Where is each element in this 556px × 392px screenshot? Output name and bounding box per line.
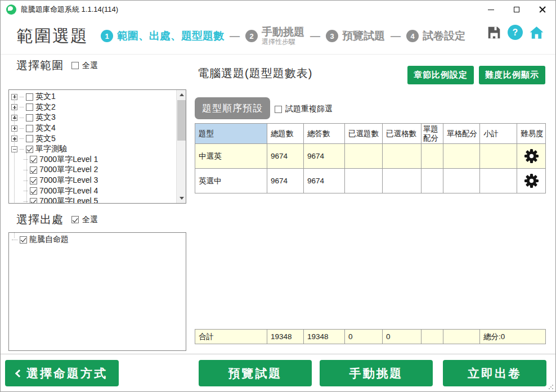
tree-item[interactable]: 單字測驗 bbox=[9, 144, 176, 155]
checkbox[interactable] bbox=[26, 135, 33, 142]
minimize-button[interactable] bbox=[478, 1, 504, 19]
col-header: 題型 bbox=[195, 124, 267, 144]
cell-subtotal bbox=[480, 169, 517, 193]
header-icons: ? bbox=[487, 25, 544, 40]
scrollbar-thumb[interactable] bbox=[177, 100, 186, 141]
step-3[interactable]: 3 預覽試題 bbox=[326, 29, 385, 43]
question-type-table: 題型 總題數 總答數 已選題數 已選格數 單題配分 單格配分 小計 難易度 中選… bbox=[195, 123, 546, 193]
maximize-button[interactable] bbox=[504, 1, 530, 19]
repeat-filter-label: 試題重複篩選 bbox=[285, 104, 333, 114]
chevron-left-icon bbox=[15, 369, 23, 377]
home-icon[interactable] bbox=[529, 25, 544, 40]
total-answers: 19348 bbox=[304, 330, 345, 344]
col-header: 單題配分 bbox=[422, 124, 443, 144]
generate-exam-button[interactable]: 立即出卷 bbox=[443, 360, 546, 386]
minimize-icon bbox=[488, 10, 494, 10]
page-title: 範圍選題 bbox=[16, 25, 88, 48]
help-icon[interactable]: ? bbox=[508, 25, 523, 40]
window-title: 龍騰題庫命題系統 1.1.14(114) bbox=[21, 4, 118, 15]
expand-icon[interactable] bbox=[11, 125, 17, 132]
checkbox[interactable] bbox=[26, 114, 33, 121]
checkbox[interactable] bbox=[30, 166, 37, 174]
total-selected-cells: 0 bbox=[383, 330, 422, 344]
checkbox[interactable] bbox=[20, 236, 27, 244]
totals-table: 合計 19348 19348 0 0 總分:0 bbox=[195, 329, 546, 344]
cell-per-question-score[interactable] bbox=[422, 169, 443, 193]
source-select-all-checkbox[interactable] bbox=[71, 216, 79, 223]
app-window: 龍騰題庫命題系統 1.1.14(114) 範圍選題 1 範圍、出處、題型題數 —… bbox=[0, 0, 556, 392]
back-button[interactable]: 選擇命題方式 bbox=[5, 360, 119, 386]
col-header: 單格配分 bbox=[443, 124, 480, 144]
cell-selected-cells[interactable] bbox=[383, 144, 422, 169]
cell-per-question-score[interactable] bbox=[422, 144, 443, 169]
tree-item[interactable]: 7000單字Level 5 bbox=[9, 196, 176, 204]
footer-divider bbox=[1, 354, 555, 354]
tree-item[interactable]: 英文5 bbox=[9, 133, 176, 144]
difficulty-settings-cell[interactable] bbox=[517, 169, 546, 193]
source-select-all[interactable]: 全選 bbox=[71, 215, 98, 225]
cell-per-cell-score[interactable] bbox=[443, 169, 480, 193]
gear-icon[interactable] bbox=[524, 173, 539, 188]
range-select-all-checkbox[interactable] bbox=[71, 62, 79, 69]
checkbox[interactable] bbox=[30, 198, 37, 204]
tree-item[interactable]: 英文4 bbox=[9, 123, 176, 134]
tree-item[interactable]: 龍騰自命題 bbox=[9, 235, 176, 245]
cell-total-answers: 9674 bbox=[304, 169, 345, 193]
computer-selection-title: 電腦選題(題型題數表) bbox=[198, 66, 312, 81]
step-1-number: 1 bbox=[101, 30, 113, 42]
range-select-all[interactable]: 全選 bbox=[71, 61, 98, 71]
difficulty-ratio-button[interactable]: 難度比例顯示 bbox=[479, 66, 545, 84]
tree-item[interactable]: 英文3 bbox=[9, 112, 176, 123]
type-order-button[interactable]: 題型順序預設 bbox=[195, 97, 270, 119]
scrollbar[interactable] bbox=[176, 90, 186, 203]
repeat-filter[interactable]: 試題重複篩選 bbox=[275, 104, 333, 114]
chapter-ratio-button[interactable]: 章節比例設定 bbox=[407, 66, 474, 84]
cell-selected-questions[interactable] bbox=[345, 144, 383, 169]
checkbox[interactable] bbox=[26, 103, 33, 111]
scroll-down-icon[interactable] bbox=[177, 193, 186, 203]
cell-selected-cells[interactable] bbox=[383, 169, 422, 193]
col-header: 已選格數 bbox=[383, 124, 422, 144]
checkbox[interactable] bbox=[26, 93, 33, 101]
manual-pick-button[interactable]: 手動挑題 bbox=[320, 360, 433, 386]
tree-item[interactable]: 7000單字Level 1 bbox=[9, 155, 176, 165]
tree-item[interactable]: 7000單字Level 2 bbox=[9, 165, 176, 175]
step-2[interactable]: 2 手動挑題 選擇性步驟 bbox=[245, 26, 304, 46]
checkbox[interactable] bbox=[26, 125, 33, 132]
cell-total-questions: 9674 bbox=[267, 169, 304, 193]
step-2-sublabel: 選擇性步驟 bbox=[262, 38, 304, 46]
tree-item[interactable]: 英文2 bbox=[9, 102, 176, 113]
tree-item[interactable]: 7000單字Level 3 bbox=[9, 175, 176, 186]
step-4[interactable]: 4 試卷設定 bbox=[406, 29, 465, 43]
total-questions: 19348 bbox=[267, 330, 304, 344]
step-1[interactable]: 1 範圍、出處、題型題數 bbox=[101, 29, 224, 43]
scroll-up-icon[interactable] bbox=[177, 90, 186, 100]
tree-item[interactable]: 英文1 bbox=[9, 92, 176, 102]
checkbox[interactable] bbox=[26, 146, 33, 153]
window-controls bbox=[478, 1, 555, 19]
expand-icon[interactable] bbox=[11, 136, 17, 142]
expand-icon[interactable] bbox=[11, 94, 17, 100]
close-button[interactable] bbox=[530, 1, 555, 19]
checkbox[interactable] bbox=[30, 156, 37, 163]
resize-grip[interactable] bbox=[548, 384, 554, 390]
tree-item[interactable]: 7000單字Level 4 bbox=[9, 186, 176, 196]
cell-per-cell-score[interactable] bbox=[443, 144, 480, 169]
checkbox[interactable] bbox=[30, 187, 37, 195]
save-icon[interactable] bbox=[487, 25, 501, 40]
checkbox[interactable] bbox=[30, 177, 37, 184]
source-section-header: 選擇出處 全選 bbox=[16, 212, 98, 227]
preview-questions-button[interactable]: 預覽試題 bbox=[199, 360, 312, 386]
table-row: 英選中 9674 9674 bbox=[195, 169, 546, 193]
gear-icon[interactable] bbox=[524, 148, 539, 164]
cell-selected-questions[interactable] bbox=[345, 169, 383, 193]
collapse-icon[interactable] bbox=[11, 146, 17, 152]
expand-icon[interactable] bbox=[11, 104, 17, 110]
total-score: 總分:0 bbox=[480, 330, 546, 344]
repeat-filter-checkbox[interactable] bbox=[275, 106, 282, 113]
titlebar: 龍騰題庫命題系統 1.1.14(114) bbox=[1, 1, 555, 19]
expand-icon[interactable] bbox=[11, 115, 17, 121]
step-separator: — bbox=[391, 30, 401, 42]
difficulty-settings-cell[interactable] bbox=[517, 144, 546, 169]
col-header: 總題數 bbox=[267, 124, 304, 144]
